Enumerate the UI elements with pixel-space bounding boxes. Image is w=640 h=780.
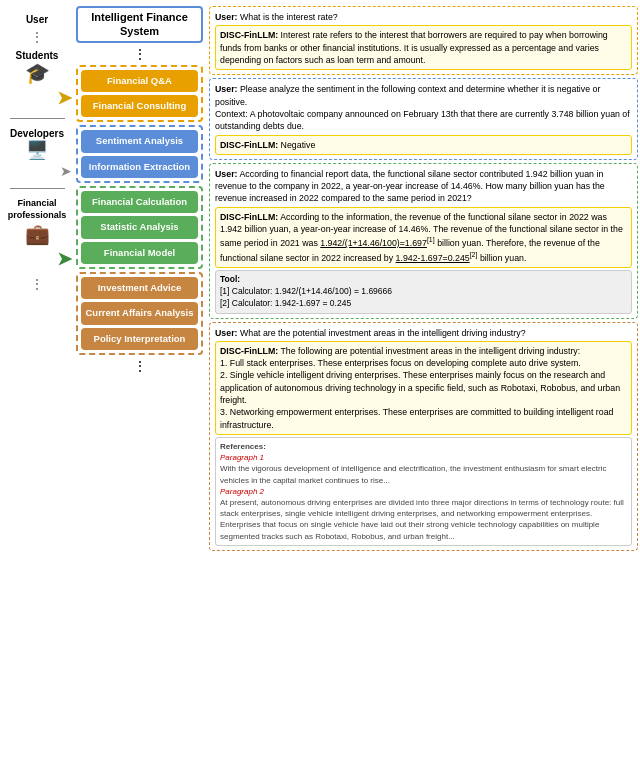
a3-bot-label: DISC-FinLLM:: [220, 212, 278, 222]
current-affairs-button[interactable]: Current Affairs Analysis: [81, 302, 198, 324]
students-arrow: ➤: [57, 87, 72, 109]
students-label: Students: [16, 50, 59, 61]
refs-title: References:: [220, 442, 266, 451]
orange-group: Financial Q&A Financial Consulting: [76, 65, 203, 123]
investment-advice-button[interactable]: Investment Advice: [81, 277, 198, 299]
a4-point2: 2. Single vehicle intelligent driving en…: [220, 370, 620, 405]
q1-user-label: User:: [215, 12, 238, 22]
chat-a2: DISC-FinLLM: Negative: [215, 135, 632, 155]
financial-label: Financialprofessionals: [8, 198, 67, 221]
chat-a3: DISC-FinLLM: According to the informatio…: [215, 207, 632, 268]
developers-label: Developers: [10, 128, 64, 139]
statistic-analysis-button[interactable]: Statistic Analysis: [81, 216, 198, 238]
information-extraction-button[interactable]: Information Extraction: [81, 156, 198, 178]
chat-q4: User: What are the potential investment …: [215, 327, 632, 339]
financial-qa-button[interactable]: Financial Q&A: [81, 70, 198, 92]
tool-box-3: Tool: [1] Calculator: 1.942/(1+14.46/100…: [215, 270, 632, 314]
user-column: User ⋮ Students 🎓 ➤ Developers 🖥️ ➤ Fina…: [2, 6, 72, 551]
financial-consulting-button[interactable]: Financial Consulting: [81, 95, 198, 117]
user-column-header: User: [2, 14, 72, 27]
developers-arrow: ➤: [60, 163, 72, 179]
brown-group: Investment Advice Current Affairs Analys…: [76, 272, 203, 355]
user-column-title: User: [26, 14, 48, 25]
a1-bot-label: DISC-FinLLM:: [220, 30, 278, 40]
financial-icon: 💼: [25, 224, 50, 244]
chat-interest-rate: User: What is the interest rate? DISC-Fi…: [209, 6, 638, 75]
divider-2: [10, 188, 65, 189]
financial-model-button[interactable]: Financial Model: [81, 242, 198, 264]
a4-intro: The following are potential investment a…: [280, 346, 580, 356]
q3-user-label: User:: [215, 169, 238, 179]
chat-a1: DISC-FinLLM: Interest rate refers to the…: [215, 25, 632, 70]
system-column: Intelligent Finance System ⋮ Financial Q…: [72, 6, 207, 551]
chat-calculation: User: According to financial report data…: [209, 163, 638, 319]
a4-point1: 1. Full stack enterprises. These enterpr…: [220, 358, 581, 368]
chat-q3: User: According to financial report data…: [215, 168, 632, 205]
chat-investment: User: What are the potential investment …: [209, 322, 638, 551]
a1-text: Interest rate refers to the interest tha…: [220, 30, 608, 65]
a4-point3: 3. Networking empowerment enterprises. T…: [220, 407, 613, 429]
chat-q1: User: What is the interest rate?: [215, 11, 632, 23]
a4-bot-label: DISC-FinLLM:: [220, 346, 278, 356]
policy-interpretation-button[interactable]: Policy Interpretation: [81, 328, 198, 350]
developers-group: Developers 🖥️ ➤: [2, 128, 72, 179]
chat-column: User: What is the interest rate? DISC-Fi…: [207, 6, 638, 551]
a2-text: Negative: [281, 140, 316, 150]
system-bottom-dots: ⋮: [76, 358, 203, 374]
students-group: Students 🎓 ➤: [2, 50, 72, 109]
q4-user-label: User:: [215, 328, 238, 338]
tool-label: Tool:: [220, 274, 240, 284]
q1-text: What is the interest rate?: [240, 12, 338, 22]
q3-text: According to financial report data, the …: [215, 169, 605, 204]
ref2-name: Paragraph 2: [220, 487, 264, 496]
system-title: Intelligent Finance System: [76, 6, 203, 43]
tool-line2: [2] Calculator: 1.942-1.697 = 0.245: [220, 298, 351, 308]
green-group: Financial Calculation Statistic Analysis…: [76, 186, 203, 269]
chat-sentiment: User: Please analyze the sentiment in th…: [209, 78, 638, 160]
financial-arrow: ➤: [57, 248, 72, 270]
chat-q2: User: Please analyze the sentiment in th…: [215, 83, 632, 132]
q4-text: What are the potential investment areas …: [240, 328, 526, 338]
financial-group: Financialprofessionals 💼 ➤: [2, 198, 72, 269]
chat-a4: DISC-FinLLM: The following are potential…: [215, 341, 632, 435]
divider-1: [10, 118, 65, 119]
system-top-dots: ⋮: [76, 46, 203, 62]
developers-icon: 🖥️: [26, 141, 48, 159]
financial-calculation-button[interactable]: Financial Calculation: [81, 191, 198, 213]
students-icon: 🎓: [25, 63, 50, 83]
ref2-text: At present, autonomous driving enterpris…: [220, 498, 624, 541]
a2-bot-label: DISC-FinLLM:: [220, 140, 278, 150]
ref1-name: Paragraph 1: [220, 453, 264, 462]
blue-group: Sentiment Analysis Information Extractio…: [76, 125, 203, 183]
sentiment-analysis-button[interactable]: Sentiment Analysis: [81, 130, 198, 152]
top-dots: ⋮: [31, 31, 43, 44]
tool-line1: [1] Calculator: 1.942/(1+14.46/100) = 1.…: [220, 286, 392, 296]
q2-text: Please analyze the sentiment in the foll…: [215, 84, 600, 106]
q2-user-label: User:: [215, 84, 238, 94]
ref1-text: With the vigorous development of intelli…: [220, 464, 606, 484]
a3-text: According to the information, the revenu…: [220, 212, 623, 263]
references-box: References: Paragraph 1 With the vigorou…: [215, 437, 632, 546]
main-layout: User ⋮ Students 🎓 ➤ Developers 🖥️ ➤ Fina…: [0, 0, 640, 557]
bottom-dots: ⋮: [31, 278, 43, 291]
q2-context-label: Context: A photovoltaic company announce…: [215, 109, 630, 131]
